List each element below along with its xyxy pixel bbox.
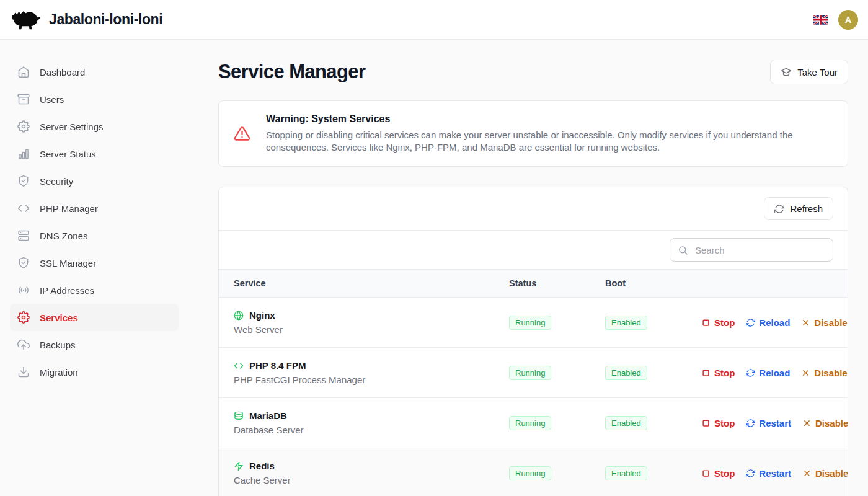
brand[interactable]: Jabaloni-loni-loni [10, 8, 162, 32]
table-body: Nginx Web Server Running Enabled Stop Re… [219, 298, 848, 496]
shield-check-icon [17, 257, 30, 269]
sidebar-item-services[interactable]: Services [10, 304, 179, 331]
graduation-cap-icon [781, 66, 792, 78]
x-icon [802, 469, 812, 478]
page-header: Service Manager Take Tour [218, 60, 848, 84]
status-badge: Running [509, 316, 551, 330]
gear-icon [17, 311, 30, 324]
table-row: MariaDB Database Server Running Enabled … [219, 398, 848, 448]
status-badge: Running [509, 366, 551, 380]
table-header: Service Status Boot [219, 269, 848, 298]
table-row: PHP 8.4 FPM PHP FastCGI Process Manager … [219, 348, 848, 398]
refresh-icon [746, 318, 755, 327]
sidebar-item-php-manager[interactable]: PHP Manager [10, 195, 179, 222]
service-cell: Nginx Web Server [234, 310, 509, 335]
alert-triangle-icon [234, 125, 250, 142]
avatar[interactable]: A [838, 10, 858, 30]
gear-icon [17, 120, 30, 133]
top-bar-right: A [813, 10, 858, 30]
database-icon [234, 411, 244, 421]
row-actions: Stop Reload Disable [701, 368, 848, 378]
service-cell: MariaDB Database Server [234, 410, 509, 435]
stop-button[interactable]: Stop [701, 468, 735, 479]
warning-text: Warning: System Services Stopping or dis… [266, 113, 800, 154]
sidebar-item-label: Server Status [40, 149, 96, 159]
restart-button[interactable]: Restart [746, 468, 791, 479]
refresh-icon [746, 469, 755, 478]
service-name: PHP 8.4 FPM [249, 360, 306, 371]
sidebar-item-dns-zones[interactable]: DNS Zones [10, 222, 179, 249]
stop-square-icon [701, 418, 711, 428]
sidebar-item-server-status[interactable]: Server Status [10, 140, 179, 167]
uk-flag-icon[interactable] [813, 15, 828, 25]
sidebar-item-server-settings[interactable]: Server Settings [10, 113, 179, 140]
stop-button[interactable]: Stop [701, 368, 735, 378]
restart-button[interactable]: Restart [746, 418, 791, 428]
sidebar-item-label: DNS Zones [40, 231, 88, 241]
top-bar: Jabaloni-loni-loni A [0, 0, 868, 40]
warning-title: Warning: System Services [266, 113, 800, 125]
row-actions: Stop Restart Disable [701, 468, 848, 479]
stop-button[interactable]: Stop [701, 317, 735, 328]
boar-logo-icon [10, 8, 41, 32]
service-description: Database Server [234, 425, 509, 435]
stop-button[interactable]: Stop [701, 418, 735, 428]
sidebar-item-ssl-manager[interactable]: SSL Manager [10, 249, 179, 277]
service-name: Redis [249, 461, 275, 471]
broadcast-icon [17, 284, 30, 296]
sidebar-item-label: PHP Manager [40, 203, 98, 214]
boot-cell: Enabled [605, 316, 701, 330]
boot-badge: Enabled [605, 416, 647, 430]
take-tour-label: Take Tour [797, 67, 838, 78]
sidebar-item-label: Server Settings [40, 122, 104, 132]
search-icon [678, 245, 688, 255]
sidebar-item-ip-addresses[interactable]: IP Addresses [10, 277, 179, 304]
reload-button[interactable]: Reload [746, 368, 790, 378]
sidebar-item-label: Services [40, 312, 78, 323]
sidebar-item-security[interactable]: Security [10, 167, 179, 195]
sidebar-item-migration[interactable]: Migration [10, 358, 179, 386]
disable-button[interactable]: Disable [802, 468, 848, 479]
sidebar-item-label: Users [40, 94, 64, 105]
bar-chart-icon [17, 148, 30, 160]
sidebar-item-label: Migration [40, 367, 78, 378]
disable-button[interactable]: Disable [802, 418, 848, 428]
boot-badge: Enabled [605, 316, 647, 330]
page-title: Service Manager [218, 61, 365, 83]
refresh-icon [746, 418, 755, 428]
brand-title: Jabaloni-loni-loni [49, 11, 162, 28]
take-tour-button[interactable]: Take Tour [770, 60, 848, 84]
archive-icon [17, 93, 30, 105]
x-icon [801, 318, 810, 327]
sidebar-item-label: IP Addresses [40, 285, 94, 296]
search-input[interactable] [694, 244, 825, 256]
boot-badge: Enabled [605, 466, 647, 480]
code-icon [17, 202, 30, 215]
sidebar-item-dashboard[interactable]: Dashboard [10, 58, 179, 86]
status-cell: Running [509, 466, 605, 480]
service-description: PHP FastCGI Process Manager [234, 374, 509, 385]
column-header-service: Service [234, 278, 509, 288]
services-toolbar: Refresh [219, 187, 848, 230]
stop-square-icon [701, 318, 711, 327]
disable-button[interactable]: Disable [801, 317, 847, 328]
code-icon [234, 361, 244, 371]
sidebar-item-backups[interactable]: Backups [10, 331, 179, 358]
sidebar-nav: Dashboard Users Server Settings Server S… [0, 40, 198, 496]
download-icon [17, 366, 30, 378]
column-header-boot: Boot [605, 278, 701, 288]
x-icon [801, 368, 810, 378]
refresh-button[interactable]: Refresh [764, 197, 833, 220]
disable-button[interactable]: Disable [801, 368, 847, 378]
reload-button[interactable]: Reload [746, 317, 790, 328]
table-row: Nginx Web Server Running Enabled Stop Re… [219, 298, 848, 348]
services-card: Refresh Service Status Boot Nginx Web Se… [218, 187, 848, 496]
sidebar-item-users[interactable]: Users [10, 86, 179, 113]
search-toolbar [219, 230, 848, 269]
main-content: Service Manager Take Tour Warning: Syste… [198, 40, 868, 496]
refresh-label: Refresh [790, 203, 823, 214]
boot-cell: Enabled [605, 366, 701, 380]
search-box [670, 238, 833, 262]
cloud-upload-icon [17, 339, 30, 351]
refresh-icon [774, 204, 784, 214]
